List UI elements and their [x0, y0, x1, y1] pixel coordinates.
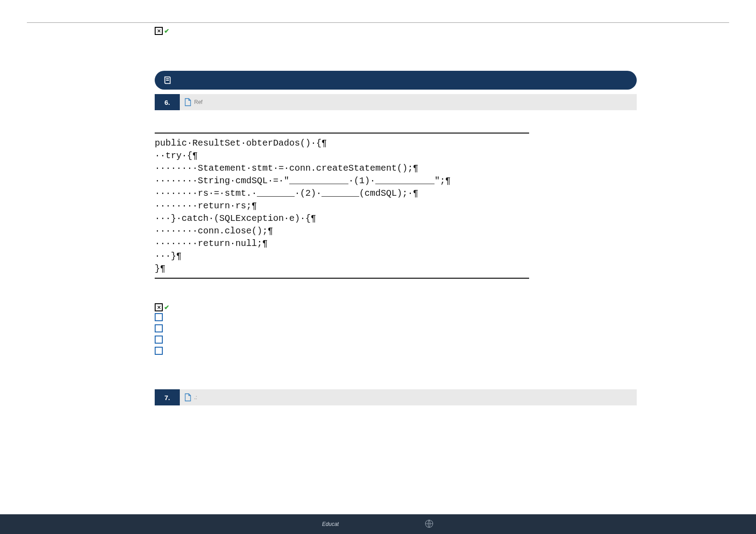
- code-block: public·ResultSet·obterDados()·{¶ ··try·{…: [155, 133, 529, 279]
- book-icon: [163, 75, 173, 85]
- horizontal-rule: [27, 22, 729, 23]
- question-row-7: 7. .:: [155, 389, 637, 405]
- footer-bar: Educat: [0, 514, 756, 534]
- ref-label: Ref: [194, 99, 203, 105]
- checkbox-option-c[interactable]: [155, 336, 163, 344]
- section-header: [155, 71, 637, 90]
- question-row-6: 6. Ref: [155, 94, 637, 110]
- page-icon: [184, 393, 191, 401]
- question-number: 7.: [155, 389, 180, 405]
- x-icon: ✕: [155, 27, 163, 35]
- globe-icon: [424, 519, 434, 530]
- checkbox-option-a[interactable]: [155, 313, 163, 321]
- checkbox-option-b[interactable]: [155, 324, 163, 332]
- page-icon: [184, 98, 191, 106]
- options-block: ✕ ✔: [155, 303, 637, 358]
- question7-sublabel: .:: [194, 394, 197, 400]
- status-row-top: ✕ ✔: [155, 27, 637, 35]
- question-number: 6.: [155, 94, 180, 110]
- check-icon: ✔: [164, 304, 169, 311]
- footer-brand: Educat: [322, 521, 339, 527]
- checkbox-option-d[interactable]: [155, 347, 163, 355]
- check-icon: ✔: [164, 27, 169, 34]
- code-content: public·ResultSet·obterDados()·{¶ ··try·{…: [155, 137, 529, 275]
- x-icon: ✕: [155, 303, 163, 311]
